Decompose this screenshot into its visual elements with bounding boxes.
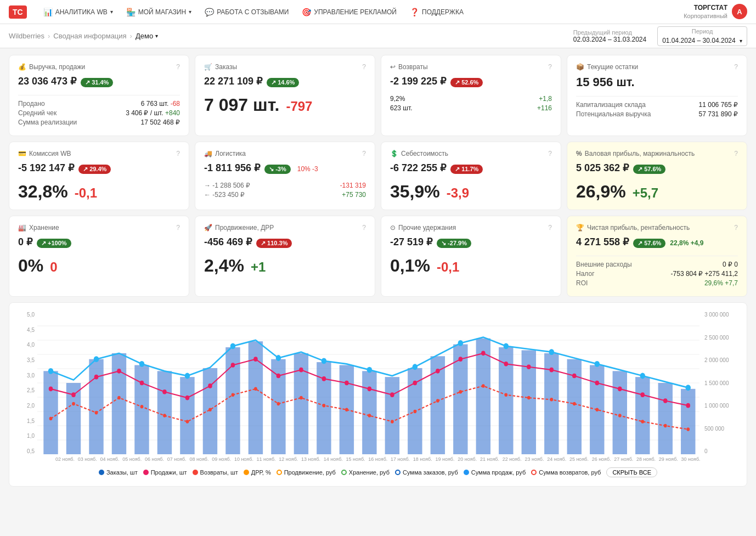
other-big-change: -0,1 [437, 259, 459, 275]
returns-sub-2: 623 шт. +116 [390, 104, 552, 112]
svg-rect-15 [157, 371, 172, 454]
legend-storage-rub: Хранение, руб [341, 469, 390, 476]
svg-point-43 [140, 381, 144, 386]
promotion-big-change: +1 [251, 259, 266, 275]
svg-point-81 [345, 408, 348, 412]
svg-point-88 [505, 393, 508, 397]
svg-point-106 [458, 340, 463, 346]
svg-point-49 [277, 374, 281, 379]
svg-point-65 [641, 392, 645, 397]
breadcrumb-bar: Wildberries › Сводная информация › Демо … [0, 24, 756, 48]
svg-point-74 [186, 420, 189, 424]
storage-big: 0% 0 [18, 256, 180, 276]
avatar[interactable]: A [732, 4, 747, 19]
shop-icon: 🏪 [126, 8, 136, 16]
svg-point-95 [664, 424, 667, 428]
svg-point-47 [231, 363, 235, 368]
nav-shop[interactable]: 🏪 МОЙ МАГАЗИН ▾ [121, 0, 197, 24]
logistics-row-2: ← -523 450 ₽ +75 730 [204, 191, 366, 199]
svg-point-107 [504, 343, 509, 349]
legend-returns-rub: Сумма возвратов, руб [531, 469, 601, 476]
storage-main-row: 0 ₽ ↗ +100% [18, 236, 180, 250]
net-profit-help-icon[interactable]: ? [734, 224, 738, 232]
svg-point-97 [48, 368, 53, 374]
nav-analytics[interactable]: 📊 АНАЛИТИКА WB ▾ [38, 0, 119, 24]
cost-badge: ↗ 11.7% [450, 165, 483, 174]
legend-drr: ДРР, % [244, 469, 271, 476]
cost-help-icon[interactable]: ? [548, 150, 552, 157]
stock-meta-1: Капитализация склада 11 006 765 ₽ [576, 101, 738, 109]
legend-returns: Возвраты, шт [193, 469, 238, 476]
promotion-header: 🚀 Продвижение, ДРР ? [204, 224, 366, 232]
nav-ads[interactable]: 🎯 УПРАВЛЕНИЕ РЕКЛАМОЙ [296, 0, 402, 24]
nav-support-label: ПОДДЕРЖКА [422, 8, 464, 16]
card-orders-header: 🛒 Заказы ? [204, 63, 366, 71]
storage-help-icon[interactable]: ? [176, 224, 180, 232]
prev-period: Предыдущий период 02.03.2024 – 31.03.202… [573, 29, 646, 43]
svg-point-109 [595, 361, 600, 367]
legend-promotion-dot [277, 470, 282, 475]
svg-point-86 [459, 390, 462, 394]
svg-point-64 [618, 387, 622, 392]
orders-badge: ↗ 14.6% [267, 78, 299, 87]
revenue-meta-1: Продано 6 763 шт. -68 [18, 100, 180, 108]
cards-row-1: 💰 Выручка, продажи ? 23 036 473 ₽ ↗ 31.4… [9, 55, 747, 136]
storage-icon: 🏭 [18, 224, 26, 232]
card-returns-header: ↩ Возвраты ? [390, 63, 552, 71]
commission-main-row: -5 192 147 ₽ ↗ 29.4% [18, 162, 180, 176]
hide-all-button[interactable]: СКРЫТЬ ВСЕ [606, 467, 657, 477]
cost-value: -6 722 255 ₽ [390, 162, 446, 174]
other-badge: ↘ -27.9% [437, 239, 471, 248]
svg-point-96 [686, 427, 690, 431]
commission-help-icon[interactable]: ? [176, 150, 180, 157]
returns-sub-1: 9,2% +1,8 [390, 95, 552, 103]
nav-reviews[interactable]: 💬 РАБОТА С ОТЗЫВАМИ [199, 0, 294, 24]
legend-sales-rub: Сумма продаж, руб [464, 469, 526, 476]
promotion-value: -456 469 ₽ [204, 236, 252, 248]
breadcrumb-summary[interactable]: Сводная информация [53, 32, 126, 40]
curr-period[interactable]: Период 01.04.2024 – 30.04.2024 ▾ [657, 26, 747, 46]
orders-help-icon[interactable]: ? [362, 63, 366, 71]
other-help-icon[interactable]: ? [548, 224, 552, 232]
svg-point-39 [49, 387, 53, 392]
promotion-big-num: 2,4% [204, 256, 244, 276]
svg-point-70 [95, 411, 98, 415]
svg-point-48 [253, 357, 258, 362]
net-profit-header: 🏆 Чистая прибыль, рентабельность ? [576, 224, 738, 232]
legend-drr-dot [244, 470, 249, 475]
svg-point-92 [595, 408, 599, 412]
gross-profit-value: 5 025 362 ₽ [576, 162, 629, 174]
svg-rect-38 [681, 389, 695, 454]
revenue-help-icon[interactable]: ? [176, 63, 180, 71]
svg-point-79 [300, 396, 303, 400]
card-orders: 🛒 Заказы ? 22 271 109 ₽ ↗ 14.6% 7 097 шт… [195, 55, 375, 136]
prev-period-value: 02.03.2024 – 31.03.2024 [573, 36, 646, 43]
breadcrumb-wildberries[interactable]: Wildberries [9, 32, 44, 40]
svg-point-57 [459, 357, 463, 362]
card-cost: 💲 Себестоимость ? -6 722 255 ₽ ↗ 11.7% 3… [381, 142, 561, 210]
svg-point-71 [117, 396, 121, 400]
promotion-badge: ↗ 110.3% [256, 239, 292, 248]
nav-ads-label: УПРАВЛЕНИЕ РЕКЛАМОЙ [314, 8, 397, 16]
commission-big-num: 32,8% [18, 182, 68, 202]
gross-profit-help-icon[interactable]: ? [734, 150, 738, 157]
gross-profit-badge: ↗ 57.6% [633, 165, 665, 174]
logistics-help-icon[interactable]: ? [362, 150, 366, 157]
breadcrumb-demo[interactable]: Демо ▾ [136, 32, 158, 40]
commission-big: 32,8% -0,1 [18, 182, 180, 202]
returns-main-row: -2 199 225 ₽ ↗ 52.6% [390, 75, 552, 89]
svg-point-75 [208, 408, 212, 412]
other-icon: ⊙ [390, 224, 396, 232]
brand-sub: Корпоративный [684, 12, 727, 20]
other-header: ⊙ Прочие удержания ? [390, 224, 552, 232]
stock-help-icon[interactable]: ? [734, 63, 738, 71]
svg-point-93 [618, 414, 622, 417]
promotion-help-icon[interactable]: ? [362, 224, 366, 232]
nav-shop-label: МОЙ МАГАЗИН [138, 8, 186, 16]
svg-point-61 [550, 368, 554, 373]
svg-point-111 [686, 385, 691, 391]
nav-analytics-label: АНАЛИТИКА WB [55, 8, 108, 16]
nav-support[interactable]: ❓ ПОДДЕРЖКА [404, 0, 469, 24]
returns-help-icon[interactable]: ? [548, 63, 552, 71]
breadcrumb: Wildberries › Сводная информация › Демо … [9, 32, 158, 40]
